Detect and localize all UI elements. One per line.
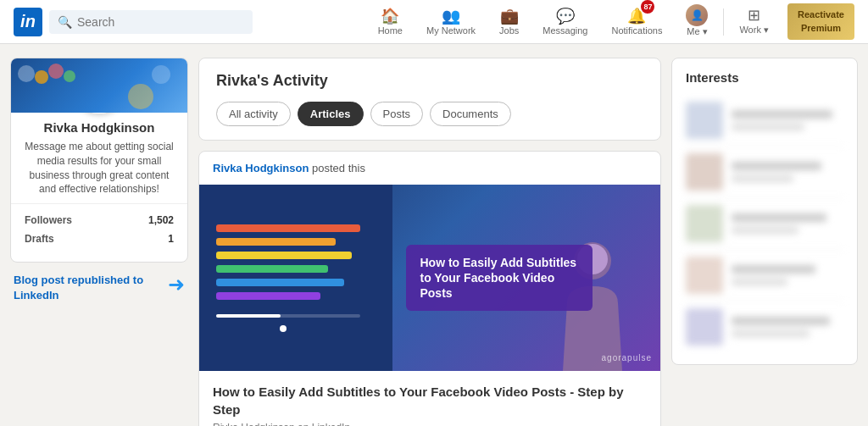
interest-info — [732, 265, 843, 285]
interest-item[interactable] — [686, 95, 843, 147]
linkedin-logo[interactable]: in — [14, 8, 42, 36]
interest-info — [732, 317, 843, 337]
nav-home-label: Home — [378, 25, 403, 36]
interest-logo — [686, 257, 723, 294]
notifications-badge: 87 — [641, 0, 654, 14]
activity-tabs: All activity Articles Posts Documents — [216, 102, 643, 126]
nav-item-work[interactable]: ⊞ Work ▾ — [727, 0, 781, 44]
network-icon: 👥 — [442, 7, 460, 25]
nav-me-label: Me ▾ — [687, 26, 707, 37]
right-panel: How to Easily Add Subtitles to Your Face… — [392, 185, 660, 371]
post-attribution: Rivka Hodgkinson posted this — [199, 152, 660, 185]
nav-item-jobs[interactable]: 💼 Jobs — [487, 0, 531, 44]
post-image[interactable]: How to Easily Add Subtitles to Your Face… — [199, 185, 660, 371]
nav-notifications-label: Notifications — [612, 25, 663, 36]
profile-bio: Message me about getting social media re… — [11, 138, 187, 203]
post-content: How to Easily Add Subtitles to Your Face… — [199, 371, 660, 426]
arrow-icon: ➜ — [168, 274, 185, 295]
navbar: in 🔍 🏠 Home 👥 My Network 💼 Jobs 💬 Messag… — [0, 0, 868, 44]
avatar: 👤 — [686, 4, 708, 26]
profile-stats: Followers 1,502 Drafts 1 — [11, 203, 187, 248]
interest-item[interactable] — [686, 147, 843, 198]
interests-card: Interests — [671, 58, 858, 365]
interest-logo — [686, 308, 723, 346]
followers-label: Followers — [25, 214, 72, 226]
followers-row: Followers 1,502 — [25, 211, 174, 230]
nav-item-notifications[interactable]: 🔔 87 Notifications — [600, 0, 675, 44]
nav-item-home[interactable]: 🏠 Home — [366, 0, 415, 44]
search-bar: 🔍 — [49, 10, 253, 34]
search-icon: 🔍 — [58, 15, 72, 29]
drafts-value: 1 — [168, 233, 174, 245]
nav-divider — [723, 8, 724, 36]
reactivate-button[interactable]: Reactivate Premium — [787, 3, 854, 40]
nav-messaging-label: Messaging — [542, 25, 587, 36]
interest-item[interactable] — [686, 250, 843, 302]
interest-info — [732, 162, 843, 182]
reactivate-line1: Reactivate — [798, 9, 844, 19]
blog-post-link[interactable]: Blog post republished to LinkedIn — [14, 273, 161, 303]
activity-card: Rivka's Activity All activity Articles P… — [198, 58, 661, 141]
drafts-row: Drafts 1 — [25, 230, 174, 248]
nav-network-label: My Network — [426, 25, 476, 36]
post-author-name[interactable]: Rivka Hodgkinson — [213, 162, 309, 174]
nav-jobs-label: Jobs — [499, 25, 519, 36]
activity-title: Rivka's Activity — [216, 72, 643, 90]
drafts-label: Drafts — [25, 233, 54, 245]
jobs-icon: 💼 — [500, 7, 519, 25]
post-headline-box: How to Easily Add Subtitles to Your Face… — [406, 245, 593, 312]
interest-info — [732, 110, 843, 130]
nav-item-me[interactable]: 👤 Me ▾ — [674, 0, 720, 44]
grid-icon: ⊞ — [748, 6, 760, 25]
profile-banner — [11, 58, 187, 113]
tab-posts[interactable]: Posts — [370, 102, 424, 126]
tab-all-activity[interactable]: All activity — [216, 102, 291, 126]
post-attribution-text: posted this — [309, 162, 365, 174]
agorapulse-badge: agorapulse — [602, 353, 652, 362]
followers-value: 1,502 — [148, 214, 174, 226]
interest-item[interactable] — [686, 302, 843, 352]
search-input[interactable] — [77, 15, 244, 29]
nav-work-label: Work ▾ — [739, 25, 769, 36]
post-title[interactable]: How to Easily Add Subtitles to Your Face… — [213, 383, 647, 418]
tab-articles[interactable]: Articles — [298, 102, 364, 126]
reactivate-line2: Premium — [801, 23, 841, 33]
interest-item[interactable] — [686, 198, 843, 250]
interest-info — [732, 213, 843, 234]
post-card: Rivka Hodgkinson posted this — [198, 151, 661, 426]
interests-title: Interests — [686, 70, 843, 85]
interest-logo — [686, 153, 723, 191]
tab-documents[interactable]: Documents — [430, 102, 511, 126]
notifications-icon: 🔔 87 — [627, 7, 646, 25]
messaging-icon: 💬 — [556, 7, 575, 25]
nav-item-network[interactable]: 👥 My Network — [415, 0, 487, 44]
home-icon: 🏠 — [381, 7, 399, 25]
profile-name[interactable]: Rivka Hodgkinson — [11, 120, 187, 138]
left-panel — [199, 185, 392, 371]
interest-logo — [686, 205, 723, 242]
nav-item-messaging[interactable]: 💬 Messaging — [531, 0, 599, 44]
blog-post-link-section: Blog post republished to LinkedIn ➜ — [10, 273, 188, 303]
post-source: Rivka Hodgkinson on LinkedIn — [213, 422, 647, 426]
interest-logo — [686, 102, 723, 139]
